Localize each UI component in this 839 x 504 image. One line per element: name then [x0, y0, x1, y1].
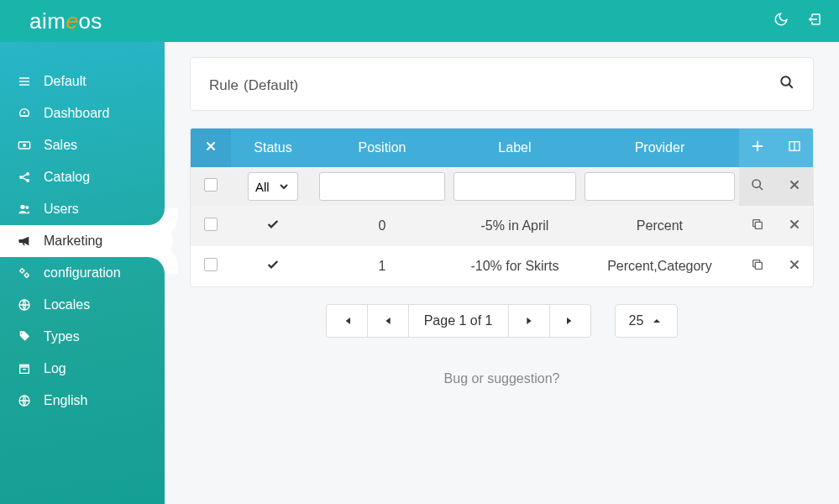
select-all-checkbox[interactable] [204, 178, 218, 192]
column-header-label[interactable]: Label [449, 129, 580, 167]
table-row[interactable]: 1 -10% for Skirts Percent,Category [191, 246, 813, 286]
position-filter-input[interactable] [319, 172, 445, 201]
share-icon [17, 171, 32, 184]
sidebar-item-configuration[interactable]: configuration [0, 257, 165, 289]
sidebar-item-sales[interactable]: Sales [0, 129, 165, 161]
delete-button[interactable] [776, 246, 813, 286]
last-page-button[interactable] [550, 305, 590, 337]
sidebar: Default Dashboard Sales Catalog Users Ma… [0, 42, 165, 504]
status-enabled-icon [231, 206, 315, 246]
cell-label: -5% in April [449, 206, 580, 246]
svg-point-1 [23, 144, 26, 147]
topbar: aimeos [0, 0, 839, 42]
sidebar-item-label: Log [44, 361, 66, 376]
column-header-status[interactable]: Status [231, 129, 315, 167]
globe-icon [17, 394, 32, 407]
sidebar-item-types[interactable]: Types [0, 321, 165, 353]
sidebar-item-catalog[interactable]: Catalog [0, 161, 165, 193]
svg-point-2 [19, 176, 23, 179]
cell-position: 0 [315, 206, 449, 246]
money-icon [17, 139, 32, 152]
svg-point-15 [752, 180, 760, 187]
status-filter-select[interactable]: All [248, 172, 298, 201]
column-header-position[interactable]: Position [315, 129, 449, 167]
column-header-provider[interactable]: Provider [580, 129, 739, 167]
cell-provider: Percent [580, 206, 739, 246]
theme-toggle-icon[interactable] [773, 12, 789, 31]
sidebar-item-label: Marketing [44, 234, 102, 249]
svg-point-7 [20, 269, 24, 272]
list-icon [17, 75, 32, 88]
bullhorn-icon [17, 234, 32, 248]
prev-page-button[interactable] [368, 305, 409, 337]
users-icon [17, 202, 32, 216]
search-icon[interactable] [779, 75, 794, 93]
cell-position: 1 [315, 246, 449, 286]
main-content: Rule (Default) Status Position Label Pro… [165, 42, 839, 504]
sidebar-item-users[interactable]: Users [0, 193, 165, 225]
page-title-card: Rule (Default) [190, 57, 814, 111]
label-filter-input[interactable] [454, 172, 576, 201]
logo-e: e [66, 8, 78, 34]
logout-icon[interactable] [807, 12, 822, 31]
clear-filter-button[interactable] [776, 167, 813, 206]
search-filter-button[interactable] [739, 167, 776, 206]
sidebar-item-marketing[interactable]: Marketing [0, 225, 173, 257]
page-subtitle: (Default) [244, 77, 298, 93]
footer-feedback-link[interactable]: Bug or suggestion? [190, 371, 814, 386]
row-checkbox[interactable] [204, 258, 218, 271]
svg-point-5 [20, 205, 24, 209]
tag-icon [17, 330, 32, 344]
sidebar-item-log[interactable]: Log [0, 353, 165, 385]
status-enabled-icon [231, 246, 315, 286]
cogs-icon [17, 266, 32, 280]
globe-icon [17, 298, 32, 312]
sidebar-item-label: Users [44, 202, 79, 217]
svg-rect-16 [755, 222, 762, 228]
next-page-button[interactable] [509, 305, 550, 337]
cell-label: -10% for Skirts [449, 246, 580, 286]
columns-button[interactable] [776, 129, 813, 167]
add-button[interactable] [739, 129, 776, 167]
sidebar-item-default[interactable]: Default [0, 66, 165, 97]
sidebar-item-label: Sales [44, 138, 77, 153]
sidebar-item-language[interactable]: English [0, 385, 165, 417]
sidebar-item-label: Types [44, 329, 80, 344]
delete-button[interactable] [776, 206, 813, 246]
provider-filter-input[interactable] [585, 172, 735, 201]
page-size-select[interactable]: 25 [615, 304, 679, 338]
archive-icon [17, 362, 32, 375]
clear-filter-button[interactable] [191, 129, 231, 167]
copy-button[interactable] [739, 206, 776, 246]
copy-button[interactable] [739, 246, 776, 286]
sidebar-item-label: Locales [44, 297, 90, 312]
gauge-icon [17, 107, 32, 120]
sidebar-item-locales[interactable]: Locales [0, 289, 165, 321]
first-page-button[interactable] [327, 305, 368, 337]
sidebar-item-label: Catalog [44, 170, 90, 185]
svg-point-6 [25, 206, 29, 209]
rules-table: Status Position Label Provider All [190, 128, 814, 287]
svg-rect-10 [19, 365, 29, 367]
table-row[interactable]: 0 -5% in April Percent [191, 206, 813, 246]
sidebar-item-label: configuration [44, 265, 121, 281]
sidebar-item-label: Default [44, 74, 87, 89]
sidebar-item-label: English [44, 393, 87, 408]
filter-row: All [191, 167, 813, 206]
svg-point-8 [25, 274, 29, 277]
row-checkbox[interactable] [204, 218, 218, 231]
page-title: Rule (Default) [209, 73, 298, 95]
table-header-row: Status Position Label Provider [191, 129, 813, 167]
page-info: Page 1 of 1 [409, 305, 509, 337]
sidebar-item-dashboard[interactable]: Dashboard [0, 97, 165, 129]
svg-rect-17 [755, 262, 762, 269]
pagination: Page 1 of 1 25 [190, 304, 814, 338]
sidebar-item-label: Dashboard [44, 106, 109, 121]
svg-rect-11 [20, 367, 29, 373]
logo: aimeos [29, 8, 102, 34]
svg-point-13 [781, 76, 790, 86]
cell-provider: Percent,Category [580, 246, 739, 286]
